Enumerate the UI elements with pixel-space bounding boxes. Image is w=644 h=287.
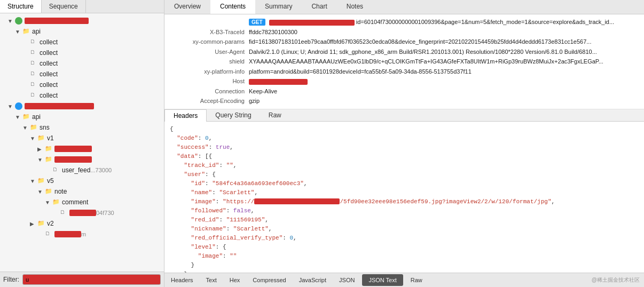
file-icon: 🗋 bbox=[30, 81, 38, 89]
subtab-headers[interactable]: Headers bbox=[164, 109, 207, 122]
list-item[interactable]: 🗋 collect bbox=[0, 90, 164, 101]
tree-arrow: ▼ bbox=[22, 125, 30, 131]
tab-structure[interactable]: Structure bbox=[0, 0, 42, 13]
redacted-label bbox=[69, 210, 96, 216]
req-value: Dalvik/2.1.0 (Linux; U; Android 11; sdk_… bbox=[249, 47, 639, 57]
request-section: GET id=60104f730000000001009396&page=1&n… bbox=[164, 14, 644, 109]
list-item[interactable]: ▶ 📁 bbox=[0, 144, 164, 154]
redacted-label bbox=[54, 231, 81, 237]
tree-label: collect bbox=[40, 81, 58, 89]
list-item[interactable]: ▼ 📁 bbox=[0, 154, 164, 165]
req-value: ffddc78230100300 bbox=[249, 28, 639, 37]
tree-node-api1[interactable]: ▼ 📁 api bbox=[0, 26, 164, 37]
bottomtab-headers[interactable]: Headers bbox=[164, 274, 200, 286]
req-row-useragent: User-Agent Dalvik/2.1.0 (Linux; U; Andro… bbox=[170, 47, 639, 57]
right-top-tabs: Overview Contents Summary Chart Notes bbox=[164, 0, 644, 14]
trace-suffix: ...73000 bbox=[90, 167, 112, 173]
tab-overview[interactable]: Overview bbox=[164, 0, 210, 14]
json-line: "red_id": "111569195", bbox=[170, 216, 639, 225]
tree-arrow: ▼ bbox=[30, 135, 37, 141]
left-top-tabs: Structure Sequence bbox=[0, 0, 164, 13]
get-badge: GET bbox=[249, 19, 265, 26]
filter-input[interactable] bbox=[22, 274, 161, 285]
req-value bbox=[249, 77, 639, 86]
tree-node-api2[interactable]: ▼ 📁 api bbox=[0, 111, 164, 122]
subtab-querystring[interactable]: Query String bbox=[207, 109, 260, 121]
list-item[interactable]: 🗋 collect bbox=[0, 47, 164, 58]
subtab-raw[interactable]: Raw bbox=[260, 109, 290, 121]
file-icon: 🗋 bbox=[30, 38, 38, 46]
list-item[interactable]: 🗋 collect bbox=[0, 69, 164, 79]
tree-node-note[interactable]: ▼ 📁 note bbox=[0, 186, 164, 197]
tree-node-comment[interactable]: ▼ 📁 comment bbox=[0, 197, 164, 208]
redacted-label bbox=[25, 103, 94, 109]
json-line: "image": "" bbox=[170, 252, 639, 261]
tree-label: collect bbox=[40, 38, 58, 46]
list-item[interactable]: 🗋 m bbox=[0, 229, 164, 240]
tree-node-v5[interactable]: ▼ 📁 v5 bbox=[0, 176, 164, 186]
tree-node-root1[interactable]: ▼ bbox=[0, 15, 164, 26]
json-line: "red_official_verify_type": 0, bbox=[170, 234, 639, 243]
tab-notes[interactable]: Notes bbox=[337, 0, 373, 14]
req-label: User-Agent bbox=[170, 47, 245, 57]
req-value: Keep-Alive bbox=[249, 87, 639, 96]
bottomtab-jsontext[interactable]: JSON Text bbox=[362, 274, 403, 286]
tree-label: note bbox=[54, 188, 67, 195]
folder-icon: 📁 bbox=[37, 220, 46, 227]
bottom-tabs: Headers Text Hex Compressed JavaScript J… bbox=[164, 273, 644, 287]
bottomtab-raw[interactable]: Raw bbox=[404, 274, 429, 286]
redacted-label bbox=[54, 156, 92, 163]
list-item[interactable]: 🗋 user_feed ...73000 bbox=[0, 165, 164, 176]
host-redact bbox=[249, 79, 308, 85]
req-row-platform: xy-platform-info platform=android&build=… bbox=[170, 67, 639, 76]
tree-arrow: ▼ bbox=[30, 178, 37, 184]
tree-label: collect bbox=[40, 70, 58, 78]
trace-suffix: 04f730 bbox=[96, 210, 114, 216]
tab-sequence[interactable]: Sequence bbox=[42, 0, 86, 13]
list-item[interactable]: 🗋 04f730 bbox=[0, 208, 164, 218]
folder-icon: 📁 bbox=[45, 156, 53, 163]
json-line: "nickname": "Scarlett", bbox=[170, 225, 639, 234]
tree-arrow: ▶ bbox=[37, 146, 45, 152]
bottomtab-json[interactable]: JSON bbox=[333, 274, 361, 286]
tree-label: api bbox=[32, 113, 41, 121]
req-row-method: GET id=60104f730000000001009396&page=1&n… bbox=[170, 18, 639, 27]
url-redact bbox=[269, 20, 355, 26]
json-line: "data": [{ bbox=[170, 152, 639, 161]
trace-suffix: m bbox=[81, 231, 86, 237]
circle-blue-icon bbox=[15, 102, 22, 110]
json-line: "code": 0, bbox=[170, 134, 639, 143]
folder-icon: 📁 bbox=[30, 124, 38, 131]
list-item[interactable]: 🗋 collect bbox=[0, 58, 164, 69]
tab-summary[interactable]: Summary bbox=[255, 0, 302, 14]
json-line: "name": "Scarlett", bbox=[170, 188, 639, 197]
tree-node-v2[interactable]: ▶ 📁 v2 bbox=[0, 218, 164, 229]
file-icon: 🗋 bbox=[30, 70, 38, 78]
tree-arrow: ▼ bbox=[7, 18, 15, 24]
list-item[interactable]: 🗋 collect bbox=[0, 79, 164, 90]
req-label: Host bbox=[170, 77, 245, 86]
req-row-traceid: X-B3-TraceId ffddc78230100300 bbox=[170, 28, 639, 37]
bottomtab-javascript[interactable]: JavaScript bbox=[293, 274, 333, 286]
bottomtab-text[interactable]: Text bbox=[200, 274, 223, 286]
req-row-encoding: Accept-Encoding gzip bbox=[170, 97, 639, 106]
tree-arrow: ▼ bbox=[15, 114, 22, 120]
req-label: xy-common-params bbox=[170, 37, 245, 46]
json-line: "success": true, bbox=[170, 143, 639, 152]
tree-label: api bbox=[32, 28, 41, 35]
tab-chart[interactable]: Chart bbox=[302, 0, 336, 14]
bottomtab-compressed[interactable]: Compressed bbox=[246, 274, 292, 286]
list-item[interactable]: 🗋 collect bbox=[0, 37, 164, 47]
tree-arrow: ▼ bbox=[7, 103, 15, 109]
tree-label: v2 bbox=[47, 220, 54, 227]
bottomtab-hex[interactable]: Hex bbox=[223, 274, 247, 286]
req-method-value: GET id=60104f730000000001009396&page=1&n… bbox=[249, 18, 639, 27]
tree-node-sns[interactable]: ▼ 📁 sns bbox=[0, 122, 164, 133]
tree-node-root2[interactable]: ▼ bbox=[0, 101, 164, 111]
tree-node-v1[interactable]: ▼ 📁 v1 bbox=[0, 133, 164, 144]
json-line: } bbox=[170, 261, 639, 270]
req-row-shield: shield XYAAAAQAAAAEAAABTAAAAUzWEe0xG1lbD… bbox=[170, 57, 639, 66]
req-value: fid=1613807183101eeb79caa0ffbfd67f036523… bbox=[249, 37, 639, 46]
file-icon: 🗋 bbox=[52, 166, 61, 174]
tab-contents[interactable]: Contents bbox=[210, 0, 255, 14]
